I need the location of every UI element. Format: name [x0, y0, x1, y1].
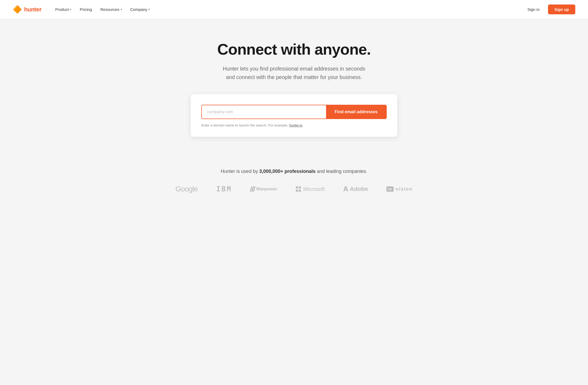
invision-in-icon: in [386, 186, 393, 192]
trust-bold: 3,000,000+ professionals [259, 169, 316, 174]
sign-in-button[interactable]: Sign in [523, 5, 544, 14]
hero-section: Connect with anyone. Hunter lets you fin… [0, 19, 588, 153]
microsoft-grid-icon [296, 186, 301, 192]
search-hint-period: . [302, 123, 304, 127]
nav-company-label: Company [130, 7, 147, 12]
nav-link-resources[interactable]: Resources ▾ [97, 5, 125, 14]
trust-text: Hunter is used by 3,000,000+ professiona… [5, 169, 583, 174]
nav-item-pricing[interactable]: Pricing [77, 5, 95, 14]
nav-resources-label: Resources [100, 7, 119, 12]
sign-up-button[interactable]: Sign up [548, 5, 575, 14]
nav-link-pricing[interactable]: Pricing [77, 5, 95, 14]
invision-logo: in vision [386, 186, 412, 192]
hero-title: Connect with anyone. [5, 40, 583, 58]
nav-pricing-label: Pricing [80, 7, 92, 12]
chevron-down-icon: ▾ [148, 8, 150, 11]
manpower-logo: Manpower [251, 186, 277, 192]
search-hint: Enter a domain name to launch the search… [201, 123, 387, 127]
google-logo: Google [175, 185, 198, 193]
adobe-logo: 𝗔 Adobe [343, 185, 368, 193]
company-logos-row: Google IBM Manpower Microsoft 𝗔 [5, 185, 583, 193]
ibm-logo: IBM [216, 185, 232, 193]
hero-subtitle: Hunter lets you find professional email … [212, 64, 376, 81]
nav-link-company[interactable]: Company ▾ [127, 5, 153, 14]
search-box: Find email addresses Enter a domain name… [191, 94, 397, 137]
navbar-left: 🔶 hunter Product ▾ Pricing Resources ▾ [13, 5, 153, 14]
search-hint-text: Enter a domain name to launch the search… [201, 123, 288, 127]
nav-item-company[interactable]: Company ▾ [127, 5, 153, 14]
search-form: Find email addresses [201, 105, 387, 119]
hero-subtitle-line2: and connect with the people that matter … [226, 74, 362, 80]
logo[interactable]: 🔶 hunter [13, 5, 41, 14]
nav-item-resources[interactable]: Resources ▾ [97, 5, 125, 14]
nav-link-product[interactable]: Product ▾ [52, 5, 74, 14]
find-email-button[interactable]: Find email addresses [326, 105, 386, 119]
nav-links: Product ▾ Pricing Resources ▾ Company ▾ [52, 5, 153, 14]
nav-item-product[interactable]: Product ▾ [52, 5, 74, 14]
trust-section: Hunter is used by 3,000,000+ professiona… [0, 153, 588, 204]
nav-product-label: Product [55, 7, 69, 12]
chevron-down-icon: ▾ [121, 8, 122, 11]
logo-text: hunter [24, 6, 41, 13]
hunter-io-link[interactable]: hunter.io [289, 123, 302, 127]
chevron-down-icon: ▾ [70, 8, 71, 11]
logo-icon: 🔶 [13, 5, 22, 14]
manpower-slash-icon [251, 186, 255, 192]
trust-suffix: and leading companies. [315, 169, 367, 174]
adobe-a-icon: 𝗔 [343, 185, 348, 193]
navbar-right: Sign in Sign up [523, 5, 575, 14]
search-input[interactable] [202, 105, 326, 119]
microsoft-logo: Microsoft [296, 186, 325, 192]
trust-prefix: Hunter is used by [221, 169, 259, 174]
navbar: 🔶 hunter Product ▾ Pricing Resources ▾ [0, 0, 588, 19]
hero-subtitle-line1: Hunter lets you find professional email … [223, 66, 365, 72]
